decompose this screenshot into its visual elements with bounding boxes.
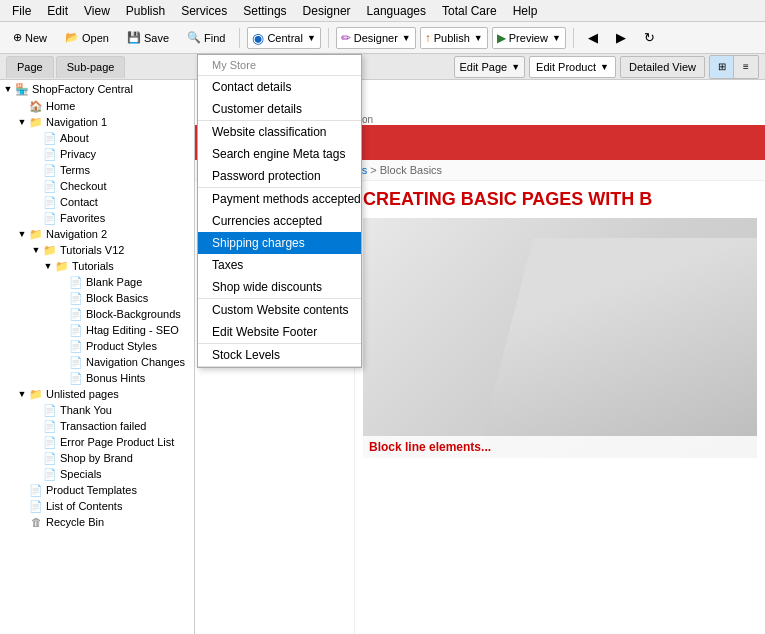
- back-button[interactable]: ◀: [581, 27, 605, 48]
- sidebar-item-htag[interactable]: ▶ 📄 Htag Editing - SEO: [0, 322, 194, 338]
- image-caption: Block line elements...: [363, 436, 757, 458]
- blank-page-icon: 📄: [68, 275, 84, 289]
- dropdown-shop-wide-discounts[interactable]: Shop wide discounts: [198, 276, 361, 298]
- dropdown-taxes[interactable]: Taxes: [198, 254, 361, 276]
- terms-page-icon: 📄: [42, 163, 58, 177]
- refresh-button[interactable]: ↻: [637, 27, 662, 48]
- dropdown-currencies[interactable]: Currencies accepted: [198, 210, 361, 232]
- grid-view-button[interactable]: ⊞: [710, 56, 734, 78]
- new-button[interactable]: ⊕ New: [6, 28, 54, 47]
- dropdown-stock-levels[interactable]: Stock Levels: [198, 344, 361, 366]
- spec-label: Specials: [60, 468, 102, 480]
- sidebar-item-blockbasics[interactable]: ▶ 📄 Block Basics: [0, 290, 194, 306]
- checkout-page-icon: 📄: [42, 179, 58, 193]
- nav1-label: Navigation 1: [46, 116, 107, 128]
- tutv12-label: Tutorials V12: [60, 244, 124, 256]
- sidebar-item-home[interactable]: ▶ 🏠 Home: [0, 98, 194, 114]
- sidebar-item-thankyou[interactable]: ▶ 📄 Thank You: [0, 402, 194, 418]
- htag-label: Htag Editing - SEO: [86, 324, 179, 336]
- dropdown-search-engine[interactable]: Search engine Meta tags: [198, 143, 361, 165]
- sidebar-item-about[interactable]: ▶ 📄 About: [0, 130, 194, 146]
- forward-button[interactable]: ▶: [609, 27, 633, 48]
- dropdown-contact-details[interactable]: Contact details: [198, 76, 361, 98]
- root-store-icon: 🏪: [14, 82, 30, 96]
- sidebar-item-producttemplates[interactable]: ▶ 📄 Product Templates: [0, 482, 194, 498]
- menu-file[interactable]: File: [4, 2, 39, 20]
- sidebar-item-tutorials[interactable]: ▼ 📁 Tutorials: [0, 258, 194, 274]
- sidebar-item-unlisted[interactable]: ▼ 📁 Unlisted pages: [0, 386, 194, 402]
- sidebar-item-bonushints[interactable]: ▶ 📄 Bonus Hints: [0, 370, 194, 386]
- dropdown-custom-website[interactable]: Custom Website contents: [198, 299, 361, 321]
- publish-arrow-icon: ▼: [474, 33, 483, 43]
- bb-page-icon: 📄: [68, 291, 84, 305]
- sidebar-item-favorites[interactable]: ▶ 📄 Favorites: [0, 210, 194, 226]
- menu-view[interactable]: View: [76, 2, 118, 20]
- find-button[interactable]: 🔍 Find: [180, 28, 232, 47]
- preview-dropdown[interactable]: ▶ Preview ▼: [492, 27, 566, 49]
- dropdown-section-stock: Stock Levels: [198, 344, 361, 367]
- sbb-label: Shop by Brand: [60, 452, 133, 464]
- dropdown-section-payment: Payment methods accepted Currencies acce…: [198, 188, 361, 299]
- designer-dropdown[interactable]: ✏ Designer ▼: [336, 27, 416, 49]
- tab-page[interactable]: Page: [6, 56, 54, 78]
- sidebar-item-shopbybrand[interactable]: ▶ 📄 Shop by Brand: [0, 450, 194, 466]
- ty-label: Thank You: [60, 404, 112, 416]
- dropdown-customer-details[interactable]: Customer details: [198, 98, 361, 120]
- detailed-view-button[interactable]: Detailed View: [620, 56, 705, 78]
- tut-expand-icon: ▼: [42, 261, 54, 271]
- tab-bar-right: Edit Page ▼ Edit Product ▼ Detailed View…: [454, 55, 759, 79]
- sidebar-item-contact[interactable]: ▶ 📄 Contact: [0, 194, 194, 210]
- sidebar-root[interactable]: ▼ 🏪 ShopFactory Central: [0, 80, 194, 98]
- central-dropdown[interactable]: ◉ Central ▼: [247, 27, 320, 49]
- toolbar-separator-2: [328, 28, 329, 48]
- sidebar-item-blankpage[interactable]: ▶ 📄 Blank Page: [0, 274, 194, 290]
- sidebar-item-specials[interactable]: ▶ 📄 Specials: [0, 466, 194, 482]
- sidebar-item-recyclebin[interactable]: ▶ 🗑 Recycle Bin: [0, 514, 194, 530]
- dropdown-edit-footer[interactable]: Edit Website Footer: [198, 321, 361, 343]
- save-button[interactable]: 💾 Save: [120, 28, 176, 47]
- sidebar-item-checkout[interactable]: ▶ 📄 Checkout: [0, 178, 194, 194]
- edit-product-dropdown[interactable]: Edit Product ▼: [529, 56, 616, 78]
- dropdown-payment-methods[interactable]: Payment methods accepted: [198, 188, 361, 210]
- menu-languages[interactable]: Languages: [359, 2, 434, 20]
- sidebar-item-errorpage[interactable]: ▶ 📄 Error Page Product List: [0, 434, 194, 450]
- pt-label: Product Templates: [46, 484, 137, 496]
- pt-page-icon: 📄: [28, 483, 44, 497]
- page-title: CREATING BASIC PAGES WITH B: [363, 189, 757, 210]
- sidebar-item-navigation1[interactable]: ▼ 📁 Navigation 1: [0, 114, 194, 130]
- dropdown-mystore[interactable]: My Store: [198, 55, 361, 75]
- menu-designer[interactable]: Designer: [295, 2, 359, 20]
- menu-publish[interactable]: Publish: [118, 2, 173, 20]
- dropdown-website-classification[interactable]: Website classification: [198, 121, 361, 143]
- sidebar-item-navchanges[interactable]: ▶ 📄 Navigation Changes: [0, 354, 194, 370]
- menu-totalcare[interactable]: Total Care: [434, 2, 505, 20]
- sidebar-item-tutorialsv12[interactable]: ▼ 📁 Tutorials V12: [0, 242, 194, 258]
- sidebar-item-productstyles[interactable]: ▶ 📄 Product Styles: [0, 338, 194, 354]
- sidebar-item-terms[interactable]: ▶ 📄 Terms: [0, 162, 194, 178]
- about-label: About: [60, 132, 89, 144]
- dropdown-password[interactable]: Password protection: [198, 165, 361, 187]
- dropdown-shipping-charges[interactable]: Shipping charges: [198, 232, 361, 254]
- sidebar-item-transfailed[interactable]: ▶ 📄 Transaction failed: [0, 418, 194, 434]
- menu-edit[interactable]: Edit: [39, 2, 76, 20]
- sbb-page-icon: 📄: [42, 451, 58, 465]
- list-view-button[interactable]: ≡: [734, 56, 758, 78]
- sidebar-item-listofcontents[interactable]: ▶ 📄 List of Contents: [0, 498, 194, 514]
- nc-label: Navigation Changes: [86, 356, 185, 368]
- rb-label: Recycle Bin: [46, 516, 104, 528]
- checkout-label: Checkout: [60, 180, 106, 192]
- home-icon: 🏠: [28, 99, 44, 113]
- ps-label: Product Styles: [86, 340, 157, 352]
- open-button[interactable]: 📂 Open: [58, 28, 116, 47]
- sidebar-item-privacy[interactable]: ▶ 📄 Privacy: [0, 146, 194, 162]
- dropdown-section-website: Website classification Search engine Met…: [198, 121, 361, 188]
- edit-page-dropdown[interactable]: Edit Page ▼: [454, 56, 525, 78]
- sidebar-item-blockbg[interactable]: ▶ 📄 Block-Backgrounds: [0, 306, 194, 322]
- menu-services[interactable]: Services: [173, 2, 235, 20]
- tab-subpage[interactable]: Sub-page: [56, 56, 126, 78]
- sidebar-item-navigation2[interactable]: ▼ 📁 Navigation 2: [0, 226, 194, 242]
- contact-page-icon: 📄: [42, 195, 58, 209]
- menu-help[interactable]: Help: [505, 2, 546, 20]
- publish-dropdown[interactable]: ↑ Publish ▼: [420, 27, 488, 49]
- menu-settings[interactable]: Settings: [235, 2, 294, 20]
